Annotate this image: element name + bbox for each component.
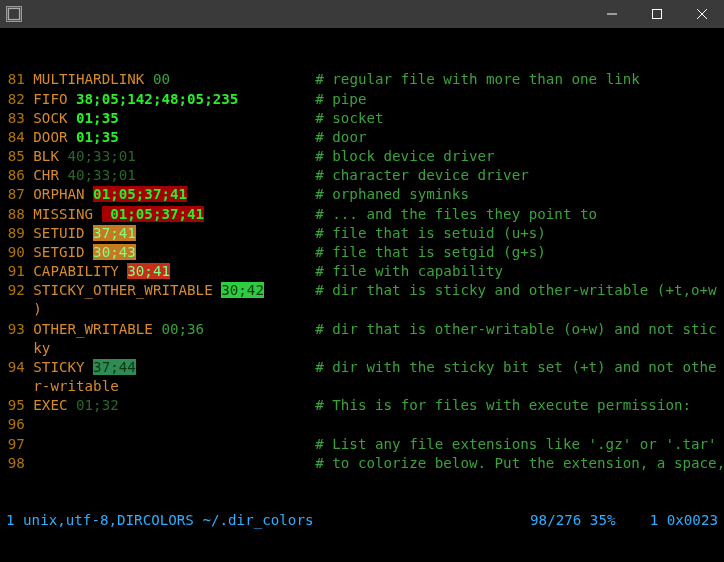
code-line: 97 # List any file extensions like '.gz'… (6, 435, 718, 454)
code-line: 87ORPHAN 01;05;37;41 # orphaned syminks (6, 185, 718, 204)
close-button[interactable] (679, 0, 724, 28)
code-line: 83SOCK 01;35 # socket (6, 109, 718, 128)
line-number: 85 (6, 147, 25, 166)
minimize-button[interactable] (589, 0, 634, 28)
line-number: 94 (6, 358, 25, 377)
line-number: 96 (6, 415, 25, 434)
comment-text: # file that is setuid (u+s) (315, 225, 546, 241)
dircolors-key: DOOR (33, 129, 67, 145)
dircolors-value: 40;33;01 (67, 148, 135, 164)
editor-lines: 81MULTIHARDLINK 00 # regular file with m… (6, 70, 718, 473)
dircolors-value: 37;41 (93, 225, 136, 241)
dircolors-key: SOCK (33, 110, 67, 126)
code-line: 84DOOR 01;35 # door (6, 128, 718, 147)
code-line-wrap: r-writable (6, 377, 718, 396)
line-number: 91 (6, 262, 25, 281)
dircolors-key: SETUID (33, 225, 84, 241)
line-number: 92 (6, 281, 25, 300)
code-line: 82FIFO 38;05;142;48;05;235 # pipe (6, 90, 718, 109)
dircolors-value: 01;35 (76, 129, 119, 145)
dircolors-key: CHR (33, 167, 59, 183)
dircolors-key: EXEC (33, 397, 67, 413)
dircolors-key: ORPHAN (33, 186, 84, 202)
comment-text: # file that is setgid (g+s) (315, 244, 546, 260)
dircolors-value: 40;33;01 (67, 167, 135, 183)
dircolors-key: FIFO (33, 91, 67, 107)
comment-text: # dir that is other-writable (o+w) and n… (315, 321, 716, 337)
comment-text: # dir with the sticky bit set (+t) and n… (315, 359, 716, 375)
code-line: 88MISSING 01;05;37;41 # ... and the file… (6, 205, 718, 224)
comment-text: # List any file extensions like '.gz' or… (315, 436, 724, 452)
code-line: 91CAPABILITY 30;41 # file with capabilit… (6, 262, 718, 281)
dircolors-key: SETGID (33, 244, 84, 260)
code-line-wrap: ) (6, 300, 718, 319)
dircolors-key: BLK (33, 148, 59, 164)
vim-statusline: 1 unix,utf-8,DIRCOLORS ~/.dir_colors98/2… (6, 511, 718, 530)
line-number: 90 (6, 243, 25, 262)
dircolors-value: 00 (153, 71, 170, 87)
comment-text: # character device driver (315, 167, 529, 183)
line-number: 81 (6, 70, 25, 89)
dircolors-key: STICKY (33, 359, 84, 375)
code-line: 96 (6, 415, 718, 434)
comment-text: # pipe (315, 91, 366, 107)
svg-rect-0 (8, 8, 19, 19)
code-line: 93OTHER_WRITABLE 00;36 # dir that is oth… (6, 320, 718, 339)
line-number: 98 (6, 454, 25, 473)
comment-text: # block device driver (315, 148, 494, 164)
dircolors-key: OTHER_WRITABLE (33, 321, 153, 337)
line-number: 95 (6, 396, 25, 415)
code-line: 98 # to colorize below. Put the extensio… (6, 454, 718, 473)
dircolors-value: 01;35 (76, 110, 119, 126)
dircolors-key: MULTIHARDLINK (33, 71, 144, 87)
code-line: 86CHR 40;33;01 # character device driver (6, 166, 718, 185)
dircolors-value: 38;05;142;48;05;235 (76, 91, 238, 107)
line-number: 82 (6, 90, 25, 109)
code-line: 89SETUID 37;41 # file that is setuid (u+… (6, 224, 718, 243)
dircolors-value: 01;05;37;41 (93, 186, 187, 202)
line-number: 88 (6, 205, 25, 224)
terminal-viewport[interactable]: 81MULTIHARDLINK 00 # regular file with m… (0, 28, 724, 562)
code-line: 92STICKY_OTHER_WRITABLE 30;42 # dir that… (6, 281, 718, 300)
app-icon (6, 6, 22, 22)
dircolors-value: 30;41 (127, 263, 170, 279)
comment-text: # to colorize below. Put the extension, … (315, 455, 724, 471)
line-number: 89 (6, 224, 25, 243)
line-number: 86 (6, 166, 25, 185)
line-number: 83 (6, 109, 25, 128)
code-line-wrap: ky (6, 339, 718, 358)
window-titlebar (0, 0, 724, 28)
code-line: 81MULTIHARDLINK 00 # regular file with m… (6, 70, 718, 89)
dircolors-value: 30;42 (221, 282, 264, 298)
code-line: 85BLK 40;33;01 # block device driver (6, 147, 718, 166)
dircolors-value: 37;44 (93, 359, 136, 375)
code-line: 90SETGID 30;43 # file that is setgid (g+… (6, 243, 718, 262)
comment-text: # file with capability (315, 263, 503, 279)
comment-text: # socket (315, 110, 383, 126)
comment-text: # dir that is sticky and other-writable … (315, 282, 716, 298)
svg-rect-2 (652, 10, 661, 19)
dircolors-value: 30;43 (93, 244, 136, 260)
dircolors-value: 00;36 (161, 321, 204, 337)
line-number: 84 (6, 128, 25, 147)
comment-text: # door (315, 129, 366, 145)
line-number: 87 (6, 185, 25, 204)
comment-text: # This is for files with execute permiss… (315, 397, 691, 413)
code-line: 94STICKY 37;44 # dir with the sticky bit… (6, 358, 718, 377)
dircolors-value: 01;32 (76, 397, 119, 413)
maximize-button[interactable] (634, 0, 679, 28)
code-line: 95EXEC 01;32 # This is for files with ex… (6, 396, 718, 415)
dircolors-key: STICKY_OTHER_WRITABLE (33, 282, 212, 298)
dircolors-value: 01;05;37;41 (102, 206, 205, 222)
comment-text: # ... and the files they point to (315, 206, 597, 222)
line-number: 97 (6, 435, 25, 454)
comment-text: # regular file with more than one link (315, 71, 640, 87)
dircolors-key: MISSING (33, 206, 93, 222)
comment-text: # orphaned syminks (315, 186, 469, 202)
dircolors-key: CAPABILITY (33, 263, 118, 279)
line-number: 93 (6, 320, 25, 339)
